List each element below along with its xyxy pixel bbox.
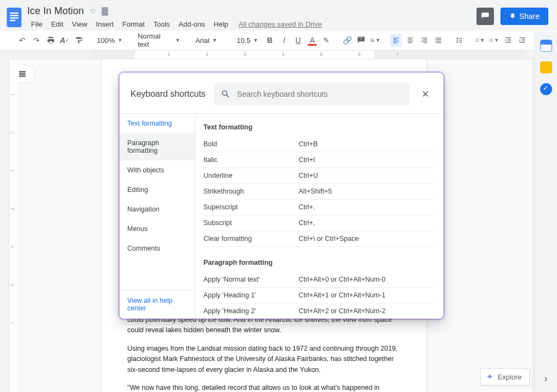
shortcut-row: StrikethroughAlt+Shift+5 — [203, 184, 435, 200]
nav-text-formatting[interactable]: Text formatting — [120, 114, 195, 133]
nav-paragraph-formatting[interactable]: Paragraph formatting — [120, 133, 195, 160]
dialog-title: Keyboard shortcuts — [131, 89, 206, 99]
nav-editing[interactable]: Editing — [120, 180, 195, 200]
search-input[interactable] — [237, 90, 403, 98]
section-title: Paragraph formatting — [203, 259, 435, 266]
shortcut-row: SubscriptCtrl+, — [203, 215, 435, 231]
shortcut-list[interactable]: Text formatting BoldCtrl+B ItalicCtrl+I … — [196, 114, 443, 319]
shortcut-row: UnderlineCtrl+U — [203, 168, 435, 184]
modal-overlay: Keyboard shortcuts ✕ Text formatting Par… — [0, 0, 557, 392]
section-title: Text formatting — [203, 123, 435, 131]
close-button[interactable]: ✕ — [418, 85, 432, 103]
shortcut-row: Clear formattingCtrl+\ or Ctrl+Space — [203, 231, 435, 247]
shortcut-row: Apply 'Heading 2'Ctrl+Alt+2 or Ctrl+Alt+… — [203, 303, 435, 319]
shortcut-row: Apply 'Heading 1'Ctrl+Alt+1 or Ctrl+Alt+… — [203, 288, 435, 303]
keyboard-shortcuts-dialog: Keyboard shortcuts ✕ Text formatting Par… — [120, 73, 443, 319]
nav-navigation[interactable]: Navigation — [120, 200, 195, 219]
search-icon — [221, 89, 231, 99]
nav-comments[interactable]: Comments — [120, 239, 195, 258]
nav-menus[interactable]: Menus — [120, 219, 195, 239]
shortcut-row: SuperscriptCtrl+. — [203, 200, 435, 215]
shortcut-row: BoldCtrl+B — [203, 136, 435, 152]
nav-with-objects[interactable]: With objects — [120, 160, 195, 180]
view-help-center-link[interactable]: View all in help center — [120, 290, 195, 319]
shortcut-row: ItalicCtrl+I — [203, 152, 435, 168]
search-shortcuts-field[interactable] — [214, 83, 410, 105]
shortcut-category-nav: Text formatting Paragraph formatting Wit… — [120, 114, 196, 319]
shortcut-row: Apply 'Normal text'Ctrl+Alt+0 or Ctrl+Al… — [203, 272, 435, 288]
